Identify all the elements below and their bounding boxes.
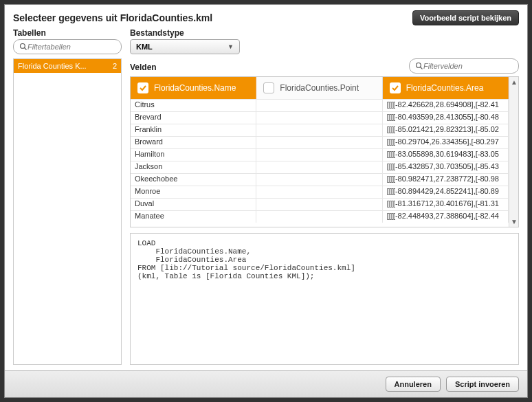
table-cell: [[[[-82.426628,28.694908],[-82.41 bbox=[383, 100, 509, 111]
table-cell: Hamilton bbox=[131, 149, 256, 161]
table-row[interactable]: Monroe[[[[-80.894429,24.852241],[-80.89 bbox=[131, 186, 509, 198]
checkbox-unchecked-icon[interactable] bbox=[263, 82, 274, 93]
table-cell: [[[[-80.29704,26.334356],[-80.297 bbox=[383, 137, 509, 148]
dialog-title: Selecteer gegevens uit FloridaCounties.k… bbox=[13, 12, 212, 23]
table-cell: Okeechobee bbox=[131, 174, 256, 186]
table-row[interactable]: Hamilton[[[[-83.055898,30.619483],[-83.0… bbox=[131, 148, 509, 161]
svg-line-1 bbox=[25, 48, 27, 50]
table-cell: Citrus bbox=[131, 100, 256, 111]
table-row[interactable]: Broward[[[[-80.29704,26.334356],[-80.297 bbox=[131, 136, 509, 148]
table-cell bbox=[256, 161, 382, 173]
sidebar-item-count: 2 bbox=[113, 62, 117, 70]
filetype-value: KML bbox=[136, 43, 153, 51]
checkbox-checked-icon[interactable] bbox=[137, 82, 148, 93]
svg-point-0 bbox=[21, 44, 25, 49]
field-col-label: FloridaCounties.Area bbox=[406, 83, 484, 93]
scroll-down-icon[interactable]: ▼ bbox=[511, 218, 518, 225]
sidebar-item-label: Florida Counties K... bbox=[18, 62, 87, 70]
table-cell: Monroe bbox=[131, 186, 256, 198]
filter-fields-search[interactable] bbox=[409, 58, 519, 74]
table-row[interactable]: Okeechobee[[[[-80.982471,27.238772],[-80… bbox=[131, 173, 509, 186]
fields-table-inner: FloridaCounties.Name FloridaCounties.Poi… bbox=[131, 77, 509, 227]
table-cell: Franklin bbox=[131, 124, 256, 136]
svg-point-2 bbox=[417, 63, 421, 68]
table-cell: Jackson bbox=[131, 161, 256, 173]
table-cell bbox=[256, 211, 382, 223]
search-icon bbox=[415, 62, 423, 70]
tables-sidebar: Florida Counties K... 2 bbox=[13, 58, 122, 365]
table-row[interactable]: Brevard[[[[-80.493599,28.413055],[-80.48 bbox=[131, 111, 509, 124]
table-cell: Manatee bbox=[131, 211, 256, 223]
table-cell: [[[[-82.448493,27.388604],[-82.44 bbox=[383, 211, 509, 223]
table-cell bbox=[256, 124, 382, 136]
field-col-label: FloridaCounties.Point bbox=[280, 83, 359, 93]
table-row[interactable]: Manatee[[[[-82.448493,27.388604],[-82.44 bbox=[131, 210, 509, 223]
dialog-body: Florida Counties K... 2 Velden bbox=[5, 54, 527, 370]
filter-fields-input[interactable] bbox=[423, 62, 513, 70]
table-row[interactable]: Jackson[[[[-85.432857,30.703505],[-85.43 bbox=[131, 161, 509, 173]
svg-line-3 bbox=[421, 67, 423, 69]
filetype-label: Bestandstype bbox=[130, 28, 240, 38]
table-cell: [[[[-80.894429,24.852241],[-80.89 bbox=[383, 186, 509, 198]
table-cell bbox=[256, 112, 382, 124]
insert-script-button[interactable]: Script invoeren bbox=[446, 377, 519, 392]
table-cell bbox=[256, 149, 382, 161]
table-cell: [[[[-85.432857,30.703505],[-85.43 bbox=[383, 161, 509, 173]
field-col-label: FloridaCounties.Name bbox=[154, 83, 236, 93]
table-cell: [[[[-85.021421,29.823213],[-85.02 bbox=[383, 124, 509, 136]
table-row[interactable]: Duval[[[[-81.316712,30.401676],[-81.31 bbox=[131, 198, 509, 210]
table-cell bbox=[256, 174, 382, 186]
table-cell: [[[[-83.055898,30.619483],[-83.05 bbox=[383, 149, 509, 161]
tables-col: Tabellen bbox=[13, 28, 122, 54]
scroll-up-icon[interactable]: ▲ bbox=[511, 78, 518, 86]
sidebar-item-table[interactable]: Florida Counties K... 2 bbox=[14, 59, 121, 73]
table-cell: Brevard bbox=[131, 112, 256, 124]
search-icon bbox=[19, 43, 27, 51]
table-cell bbox=[256, 186, 382, 198]
fields-label: Velden bbox=[130, 63, 157, 72]
fields-table-head: FloridaCounties.Name FloridaCounties.Poi… bbox=[131, 77, 509, 99]
field-col-name[interactable]: FloridaCounties.Name bbox=[131, 77, 256, 99]
filetype-col: Bestandstype KML ▼ bbox=[130, 28, 240, 54]
fields-table: FloridaCounties.Name FloridaCounties.Poi… bbox=[130, 76, 519, 227]
table-row[interactable]: Citrus[[[[-82.426628,28.694908],[-82.41 bbox=[131, 99, 509, 111]
dialog-header: Selecteer gegevens uit FloridaCounties.k… bbox=[5, 5, 527, 28]
filter-row: Tabellen Bestandstype KML ▼ bbox=[5, 28, 527, 54]
table-cell: [[[[-81.316712,30.401676],[-81.31 bbox=[383, 199, 509, 210]
tables-label: Tabellen bbox=[13, 28, 122, 38]
table-cell: [[[[-80.493599,28.413055],[-80.48 bbox=[383, 112, 509, 124]
dialog: Selecteer gegevens uit FloridaCounties.k… bbox=[4, 4, 528, 398]
dialog-footer: Annuleren Script invoeren bbox=[5, 370, 527, 397]
cancel-button[interactable]: Annuleren bbox=[386, 377, 441, 392]
main-panel: Velden FloridaCounties.Na bbox=[130, 58, 519, 365]
filter-tables-input[interactable] bbox=[27, 43, 115, 51]
preview-script-button[interactable]: Voorbeeld script bekijken bbox=[412, 10, 519, 25]
fields-table-body: Citrus[[[[-82.426628,28.694908],[-82.41B… bbox=[131, 99, 509, 223]
fields-header-row: Velden bbox=[130, 58, 519, 74]
vertical-scrollbar[interactable]: ▲ ▼ bbox=[509, 77, 518, 227]
table-cell: Duval bbox=[131, 199, 256, 210]
field-col-point[interactable]: FloridaCounties.Point bbox=[256, 77, 382, 99]
script-preview[interactable]: LOAD FloridaCounties.Name, FloridaCounti… bbox=[130, 233, 519, 365]
table-cell bbox=[256, 199, 382, 210]
table-cell bbox=[256, 137, 382, 148]
table-cell bbox=[256, 100, 382, 111]
filter-tables-search[interactable] bbox=[13, 39, 122, 54]
filetype-select[interactable]: KML ▼ bbox=[130, 39, 240, 54]
table-cell: [[[[-80.982471,27.238772],[-80.98 bbox=[383, 174, 509, 186]
table-row[interactable]: Franklin[[[[-85.021421,29.823213],[-85.0… bbox=[131, 124, 509, 136]
chevron-down-icon: ▼ bbox=[228, 43, 234, 50]
field-col-area[interactable]: FloridaCounties.Area bbox=[383, 77, 509, 99]
table-cell: Broward bbox=[131, 137, 256, 148]
checkbox-checked-icon[interactable] bbox=[390, 82, 401, 93]
